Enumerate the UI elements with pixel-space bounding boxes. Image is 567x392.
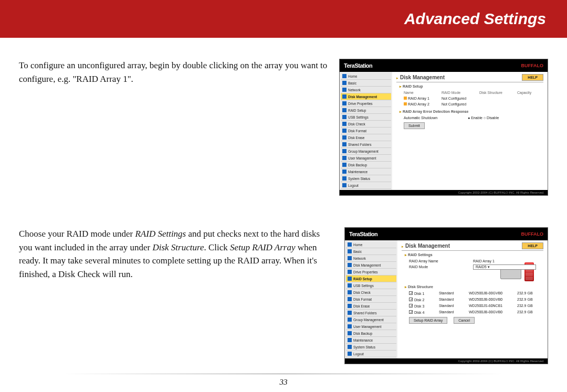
sidebar-item-user-management[interactable]: User Management [346,323,396,330]
nav-label: Disk Check [348,122,365,126]
nav-icon [348,270,352,274]
sidebar-item-system-status[interactable]: System Status [346,344,396,351]
ts-title-row: ▸Disk Management HELP [396,74,543,82]
cell [517,102,543,107]
sidebar-item-group-management[interactable]: Group Management [346,316,396,323]
sidebar-item-home[interactable]: Home [346,241,396,248]
disk-cap: 232.9 GB [517,303,543,309]
nav-label: Maintenance [353,338,373,342]
nav-label: Home [348,75,357,78]
nav-label: System Status [353,345,375,349]
sidebar-item-maintenance[interactable]: Maintenance [341,168,391,175]
mode-select[interactable]: RAID5 ▾ [473,264,536,270]
page-title: Advanced Settings [404,10,546,28]
ts-sidebar-1: HomeBasicNetworkDisk ManagementDrive Pro… [340,72,392,190]
page-number: 33 [280,378,288,386]
sidebar-item-network[interactable]: Network [341,87,391,93]
section-title: ▸Disk Management [402,243,450,249]
nav-label: Disk Check [353,291,371,294]
sidebar-item-logout[interactable]: Logout [341,182,391,189]
name-label: RAID Array Name [409,259,472,263]
sidebar-item-system-status[interactable]: System Status [341,175,391,182]
sidebar-item-shared-folders[interactable]: Shared Folders [341,141,391,148]
sidebar-item-raid-setup[interactable]: RAID Setup [346,276,396,282]
disk-name: Disk 4 [409,310,438,315]
nav-icon [342,74,346,78]
row-1: To configure an unconfigured array, begi… [19,59,548,196]
disk-table: Disk 1StandardWD2500JB-00GVB0232.9 GBDis… [409,291,543,315]
nav-icon [342,149,346,153]
disk-name: Disk 3 [409,303,438,309]
sidebar-item-disk-backup[interactable]: Disk Backup [341,162,391,168]
footer-rule [63,374,504,374]
nav-label: Drive Properties [348,102,373,105]
nav-icon [342,108,346,112]
nav-icon [348,338,352,342]
nav-icon [348,263,352,267]
nav-label: Group Management [348,150,379,153]
ts-brand: TeraStation [344,62,372,69]
help-button[interactable]: HELP [522,242,543,249]
disk-checkbox[interactable] [409,298,413,301]
disk-mode: Standard [439,303,468,309]
sidebar-item-disk-format[interactable]: Disk Format [341,128,391,134]
screenshot-1: TeraStation BUFFALO HomeBasicNetworkDisk… [339,59,548,196]
nav-label: Drive Properties [353,270,378,274]
sidebar-item-usb-settings[interactable]: USB Settings [341,114,391,121]
setup-raid-button[interactable]: Setup RAID Array [409,317,447,324]
cancel-button[interactable]: Cancel [454,317,475,324]
sidebar-item-maintenance[interactable]: Maintenance [346,337,396,344]
sidebar-item-disk-management[interactable]: Disk Management [346,262,396,269]
nav-label: Home [353,243,362,247]
sidebar-item-disk-check[interactable]: Disk Check [346,289,396,296]
nav-icon [342,129,346,133]
nav-label: System Status [348,177,370,181]
nav-icon [342,183,346,187]
nav-label: Disk Backup [353,332,372,335]
submit-button[interactable]: Submit [404,122,425,129]
sidebar-item-disk-erase[interactable]: Disk Erase [346,303,396,310]
sidebar-item-disk-check[interactable]: Disk Check [341,121,391,128]
sidebar-item-home[interactable]: Home [341,73,391,80]
sidebar-item-usb-settings[interactable]: USB Settings [346,282,396,289]
ts-main-1: ▸Disk Management HELP ▸RAID Setup NameRA… [392,72,548,190]
disk-cap: 232.9 GB [517,310,543,315]
sidebar-item-disk-erase[interactable]: Disk Erase [341,134,391,141]
nav-label: Group Management [353,318,384,322]
nav-label: Network [353,257,366,260]
nav-icon [342,163,346,167]
sidebar-item-group-management[interactable]: Group Management [341,148,391,155]
sidebar-item-disk-backup[interactable]: Disk Backup [346,330,396,337]
sidebar-item-logout[interactable]: Logout [346,351,396,357]
name-value: RAID Array 1 [473,259,536,263]
disk-checkbox[interactable] [409,291,413,295]
paragraph-2: Choose your RAID mode under RAID Setting… [19,227,334,281]
nav-icon [348,331,352,335]
sidebar-item-raid-setup[interactable]: RAID Setup [341,107,391,114]
raid-settings-section: ▸RAID Settings RAID Array Name RAID Arra… [405,253,543,270]
disk-model: WD2500JB-00GVB0 [469,310,516,315]
sidebar-item-drive-properties[interactable]: Drive Properties [341,100,391,107]
sidebar-item-network[interactable]: Network [346,255,396,262]
sidebar-item-user-management[interactable]: User Management [341,155,391,162]
sidebar-item-drive-properties[interactable]: Drive Properties [346,269,396,276]
disk-checkbox[interactable] [409,304,413,308]
nav-icon [342,135,346,140]
cell: Not Configured [442,96,478,101]
resp-options[interactable]: ● Enable ○ Disable [468,115,531,120]
nav-label: Disk Backup [348,163,367,167]
disk-checkbox[interactable] [409,310,413,314]
help-button[interactable]: HELP [522,74,543,81]
cell[interactable]: RAID Array 1 [404,96,440,101]
nav-label: Disk Erase [348,136,364,140]
nav-label: User Management [348,156,376,160]
cell[interactable]: RAID Array 2 [404,102,440,107]
sidebar-item-basic[interactable]: Basic [346,248,396,255]
sidebar-item-disk-format[interactable]: Disk Format [346,296,396,303]
nav-label: Maintenance [348,170,368,174]
sidebar-item-disk-management[interactable]: Disk Management [341,93,391,100]
sidebar-item-basic[interactable]: Basic [341,80,391,87]
nav-label: Network [348,88,361,92]
nav-label: Logout [348,184,359,187]
sidebar-item-shared-folders[interactable]: Shared Folders [346,310,396,316]
